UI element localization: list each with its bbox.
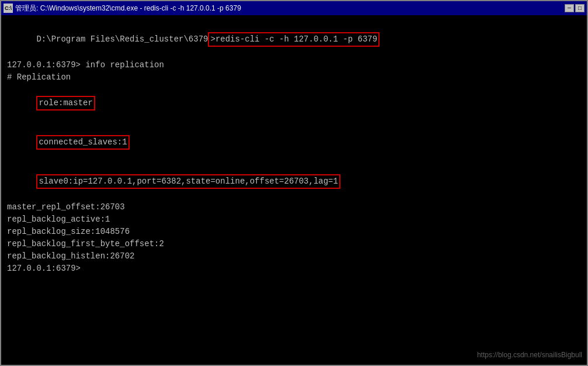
terminal-line-3: # Replication: [7, 71, 581, 84]
terminal-area[interactable]: D:\Program Files\Redis_cluster\6379>redi…: [1, 15, 587, 365]
terminal-line-1: D:\Program Files\Redis_cluster\6379>redi…: [7, 20, 581, 59]
terminal-line-2: 127.0.0.1:6379> info replication: [7, 59, 581, 71]
title-bar: C:\ 管理员: C:\Windows\system32\cmd.exe - r…: [1, 1, 587, 15]
terminal-line-4: role:master: [7, 84, 581, 123]
title-bar-left: C:\ 管理员: C:\Windows\system32\cmd.exe - r…: [4, 4, 241, 13]
terminal-line-9: repl_backlog_size:1048576: [7, 226, 581, 238]
cmd-icon: C:\: [4, 4, 13, 13]
minimize-button[interactable]: ─: [565, 4, 574, 12]
slaves-highlighted: connected_slaves:1: [36, 135, 129, 150]
title-buttons: ─ □: [565, 4, 584, 12]
cmd-window: C:\ 管理员: C:\Windows\system32\cmd.exe - r…: [0, 0, 588, 366]
terminal-line-5: connected_slaves:1: [7, 123, 581, 162]
terminal-line-7: master_repl_offset:26703: [7, 201, 581, 213]
slave0-highlighted: slave0:ip=127.0.0.1,port=6382,state=onli…: [36, 174, 340, 189]
terminal-line-12: 127.0.0.1:6379>: [7, 263, 581, 275]
restore-button[interactable]: □: [575, 4, 584, 12]
watermark: https://blog.csdn.net/snailisBigbull: [477, 350, 582, 360]
window-title: 管理员: C:\Windows\system32\cmd.exe - redis…: [15, 4, 241, 13]
terminal-line-8: repl_backlog_active:1: [7, 213, 581, 226]
terminal-line-10: repl_backlog_first_byte_offset:2: [7, 238, 581, 250]
terminal-line-6: slave0:ip=127.0.0.1,port=6382,state=onli…: [7, 162, 581, 201]
terminal-line-11: repl_backlog_histlen:26702: [7, 250, 581, 263]
path-prefix: D:\Program Files\Redis_cluster\6379: [36, 34, 208, 44]
role-highlighted: role:master: [36, 96, 95, 111]
cmd-highlighted: >redis-cli -c -h 127.0.0.1 -p 6379: [208, 32, 380, 47]
